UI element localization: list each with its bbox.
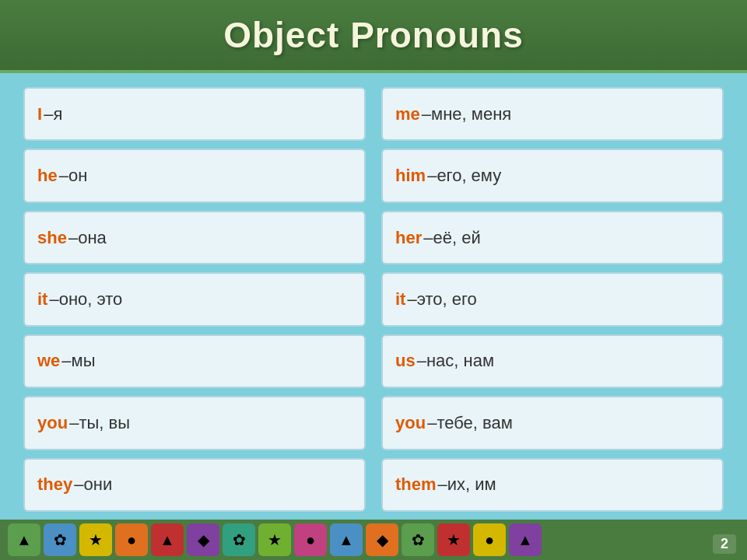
pronoun-word-left-4: we — [37, 351, 60, 371]
translation-right-2: её, ей — [433, 228, 481, 248]
translation-right-5: тебе, вам — [437, 413, 512, 433]
translation-left-6: они — [84, 474, 113, 495]
pronoun-word-right-2: her — [395, 228, 422, 248]
card-right-2: her – её, ей — [381, 211, 724, 264]
pronoun-row-4: we – мыus – нас, нам — [23, 334, 724, 388]
pronoun-word-left-5: you — [37, 413, 68, 433]
card-left-6: they – они — [23, 458, 366, 512]
separator-left-2: – — [68, 228, 78, 248]
translation-right-6: их, им — [447, 474, 496, 495]
separator-left-0: – — [44, 104, 53, 124]
pronoun-row-0: I – яme – мне, меня — [23, 87, 724, 141]
pronoun-word-right-1: him — [395, 166, 426, 186]
footer-icon-14: ▲ — [509, 523, 542, 556]
pronoun-row-6: they – ониthem – их, им — [23, 458, 724, 512]
translation-right-3: это, его — [417, 289, 477, 310]
separator-right-0: – — [422, 104, 431, 124]
separator-right-5: – — [427, 413, 437, 433]
footer-icon-4: ▲ — [151, 523, 184, 556]
card-left-4: we – мы — [23, 334, 366, 388]
pronoun-word-left-6: they — [37, 474, 72, 495]
translation-right-0: мне, меня — [431, 104, 511, 124]
pronoun-word-left-3: it — [37, 289, 47, 310]
footer-icon-5: ◆ — [187, 523, 219, 556]
translation-right-4: нас, нам — [426, 351, 494, 371]
separator-left-6: – — [74, 474, 83, 495]
pronoun-row-1: he – онhim – его, ему — [23, 149, 724, 202]
footer-bar: ▲✿★●▲◆✿★●▲◆✿★●▲ 2 — [0, 520, 747, 560]
translation-right-1: его, ему — [437, 166, 501, 186]
footer-icon-7: ★ — [258, 523, 291, 556]
pronoun-word-right-3: it — [395, 289, 405, 310]
footer-icon-12: ★ — [437, 523, 470, 556]
pronoun-word-left-1: he — [37, 166, 58, 186]
page-number: 2 — [713, 534, 736, 554]
pronoun-word-right-5: you — [395, 413, 426, 433]
footer-icon-2: ★ — [79, 523, 112, 556]
separator-left-3: – — [49, 289, 58, 310]
card-right-3: it – это, его — [381, 272, 724, 326]
card-right-5: you – тебе, вам — [381, 396, 724, 450]
separator-left-5: – — [69, 413, 79, 433]
translation-left-1: он — [68, 166, 87, 186]
footer-icon-10: ◆ — [366, 523, 398, 556]
pronoun-word-right-0: me — [395, 104, 420, 124]
main-content: I – яme – мне, меняhe – онhim – его, ему… — [0, 73, 747, 520]
translation-left-0: я — [53, 104, 62, 124]
footer-icon-8: ● — [294, 523, 327, 556]
card-left-0: I – я — [23, 87, 366, 141]
card-left-5: you – ты, вы — [23, 396, 366, 450]
card-right-1: him – его, ему — [381, 149, 724, 202]
footer-icon-0: ▲ — [8, 523, 40, 556]
pronoun-row-5: you – ты, выyou – тебе, вам — [23, 396, 724, 450]
translation-left-5: ты, вы — [79, 413, 130, 433]
pronoun-row-2: she – онаher – её, ей — [23, 211, 724, 264]
footer-icon-11: ✿ — [402, 523, 434, 556]
translation-left-4: мы — [72, 351, 96, 371]
pronoun-word-left-0: I — [37, 104, 42, 124]
footer-icons: ▲✿★●▲◆✿★●▲◆✿★●▲ — [8, 523, 542, 556]
footer-icon-9: ▲ — [330, 523, 363, 556]
card-left-3: it – оно, это — [23, 272, 366, 326]
separator-left-4: – — [61, 351, 71, 371]
footer-icon-6: ✿ — [223, 523, 255, 556]
separator-right-1: – — [427, 166, 437, 186]
separator-right-2: – — [423, 228, 433, 248]
separator-right-3: – — [407, 289, 416, 310]
page-header: Object Pronouns — [0, 0, 747, 73]
pronoun-word-right-4: us — [395, 351, 416, 371]
card-right-0: me – мне, меня — [381, 87, 724, 141]
pronoun-word-left-2: she — [37, 228, 67, 248]
separator-left-1: – — [59, 166, 68, 186]
card-right-6: them – их, им — [381, 458, 724, 512]
footer-icon-13: ● — [473, 523, 506, 556]
pronoun-row-3: it – оно, этоit – это, его — [23, 272, 724, 326]
footer-icon-1: ✿ — [44, 523, 76, 556]
translation-left-3: оно, это — [59, 289, 123, 310]
pronoun-word-right-6: them — [395, 474, 437, 495]
page-title: Object Pronouns — [16, 14, 731, 56]
separator-right-6: – — [438, 474, 447, 495]
separator-right-4: – — [417, 351, 426, 371]
footer-icon-3: ● — [115, 523, 148, 556]
card-left-1: he – он — [23, 149, 366, 202]
card-left-2: she – она — [23, 211, 366, 264]
card-right-4: us – нас, нам — [381, 334, 724, 388]
translation-left-2: она — [78, 228, 107, 248]
